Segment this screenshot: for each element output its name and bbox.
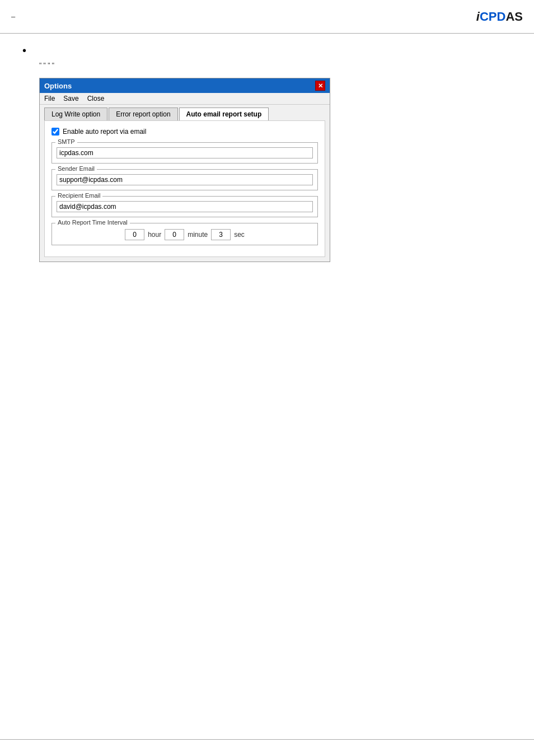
time-interval-row: hour minute sec (57, 229, 313, 240)
logo-cp: CPD (480, 10, 505, 24)
dialog-title: Options (44, 82, 72, 90)
logo-das: AS (505, 10, 523, 24)
menu-file[interactable]: File (44, 95, 55, 102)
tab-auto-email-report-setup[interactable]: Auto email report setup (179, 108, 269, 120)
smtp-input[interactable] (57, 147, 313, 158)
sec-label: sec (234, 231, 245, 239)
menu-close[interactable]: Close (87, 95, 105, 102)
menu-save[interactable]: Save (63, 95, 78, 102)
auto-report-time-legend: Auto Report Time Interval (55, 219, 130, 226)
top-bar: – iCPDAS (0, 0, 534, 34)
smtp-legend: SMTP (55, 138, 77, 145)
recipient-email-input[interactable] (57, 201, 313, 212)
dialog-close-button[interactable]: ✕ (315, 81, 325, 91)
tab-log-write-option[interactable]: Log Write option (44, 108, 107, 120)
description: " " " " (39, 62, 512, 69)
bottom-bar (0, 739, 534, 756)
minute-input[interactable] (165, 229, 184, 240)
options-dialog: Options ✕ File Save Close Log Write opti… (39, 78, 330, 262)
bullet-symbol: • (22, 45, 26, 56)
recipient-email-group: Recipient Email (51, 196, 318, 217)
enable-auto-report-checkbox[interactable] (51, 128, 59, 136)
hour-label: hour (148, 231, 161, 239)
auto-report-time-group: Auto Report Time Interval hour minute se… (51, 223, 318, 245)
enable-auto-report-row: Enable auto report via email (51, 128, 318, 136)
logo: iCPDAS (476, 10, 523, 24)
smtp-group: SMTP (51, 142, 318, 164)
sender-email-group: Sender Email (51, 169, 318, 190)
tab-content-auto-email: Enable auto report via email SMTP Sender… (44, 120, 325, 257)
minute-label: minute (188, 231, 208, 239)
recipient-email-legend: Recipient Email (55, 192, 102, 199)
bullet-item: • (22, 45, 512, 56)
tab-bar: Log Write option Error report option Aut… (40, 105, 330, 120)
sender-email-legend: Sender Email (55, 165, 97, 172)
dialog-title-bar: Options ✕ (40, 78, 330, 93)
sender-email-input[interactable] (57, 174, 313, 185)
enable-auto-report-label: Enable auto report via email (63, 128, 146, 136)
top-title: – (11, 12, 15, 21)
hour-input[interactable] (125, 229, 144, 240)
tab-error-report-option[interactable]: Error report option (109, 108, 177, 120)
dialog-menu: File Save Close (40, 93, 330, 105)
sec-input[interactable] (211, 229, 231, 240)
content-area: • " " " " Options ✕ File Save Close Log … (0, 34, 534, 273)
